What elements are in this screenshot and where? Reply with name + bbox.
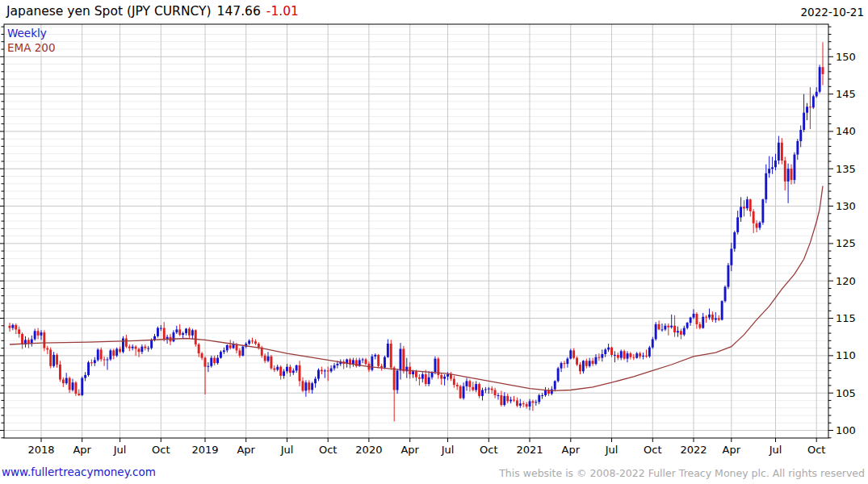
candle [94,357,96,366]
price-change: -1.01 [266,4,299,19]
x-axis-label: Jul [441,444,455,456]
candle [803,94,805,132]
y-axis-label: 105 [836,387,856,399]
candle [733,231,736,252]
candle [40,330,43,340]
candle [204,357,207,394]
candle [362,358,364,364]
candle [547,388,550,396]
x-axis-label: Jul [113,444,127,456]
candle [630,352,632,359]
candle [516,398,518,407]
candle [728,263,730,289]
candle [623,349,626,360]
x-axis-label: 2022 [680,444,707,456]
candle [632,354,635,360]
candle [396,369,399,394]
candle [267,352,270,362]
candle [299,361,301,386]
candle [147,346,149,352]
candle [686,322,689,329]
candle [806,103,808,120]
candle [229,340,232,349]
candle [279,365,282,380]
candle [437,357,439,379]
price-chart: 1001051101151201251301351401451502018Apr… [0,0,868,464]
candle [195,329,197,346]
candle [771,156,774,173]
y-axis-label: 130 [836,200,856,212]
y-axis-label: 115 [836,312,856,324]
candle [210,356,212,368]
candle [513,396,515,402]
candle [311,382,313,394]
last-price: 147.66 [217,4,261,19]
candle [144,344,146,350]
candle [635,352,638,358]
candle [434,357,437,374]
candle [321,367,323,374]
candle [233,341,235,348]
candle [72,379,74,392]
candle [365,358,367,365]
candle [576,357,578,366]
candle [304,380,307,396]
x-axis-label: 2019 [191,444,218,456]
candle [327,367,329,382]
candle [721,300,723,320]
candle [743,200,745,216]
x-axis-label: Jul [280,444,294,456]
candle [614,351,616,362]
candle [352,358,354,367]
candle [355,358,358,368]
candle [264,353,266,363]
candle [18,327,20,338]
candle [784,156,786,190]
candle [564,361,566,368]
candle [112,349,115,360]
candle [390,340,392,369]
candle [43,330,45,351]
candle [711,311,714,322]
candle [683,326,686,336]
x-axis-label: Oct [644,444,661,456]
candle [532,400,535,411]
candle [601,349,603,361]
candle [554,380,556,391]
candle [135,345,137,356]
candle [648,346,651,358]
candle [627,351,629,362]
candle [103,357,106,366]
x-axis-label: 2018 [27,444,54,456]
candle [292,369,295,375]
candle [220,350,222,358]
candle [661,323,664,332]
candle [421,372,424,382]
candle [418,374,421,386]
candle [698,322,701,329]
candle [478,382,480,398]
candle [557,367,560,383]
x-axis-label: Oct [319,444,337,456]
x-axis-label: Apr [73,444,91,456]
candle [607,344,610,352]
candle [65,373,68,385]
page-title: Japanese yen Spot (JPY CURNCY) [6,4,212,19]
candle [182,332,184,338]
candle [456,382,459,390]
candle [736,211,739,235]
candle [809,87,811,129]
candle [15,323,17,334]
candle [21,332,23,348]
candle [289,365,291,377]
y-axis-label: 135 [836,163,856,175]
candle [302,378,304,393]
candle [52,352,55,368]
candle [69,377,71,393]
candle [655,322,657,340]
x-axis-label: Oct [807,444,825,456]
candle [59,361,61,382]
candle [342,360,345,369]
candle [248,340,250,345]
site-link[interactable]: www.fullertreacymoney.com [2,465,156,478]
